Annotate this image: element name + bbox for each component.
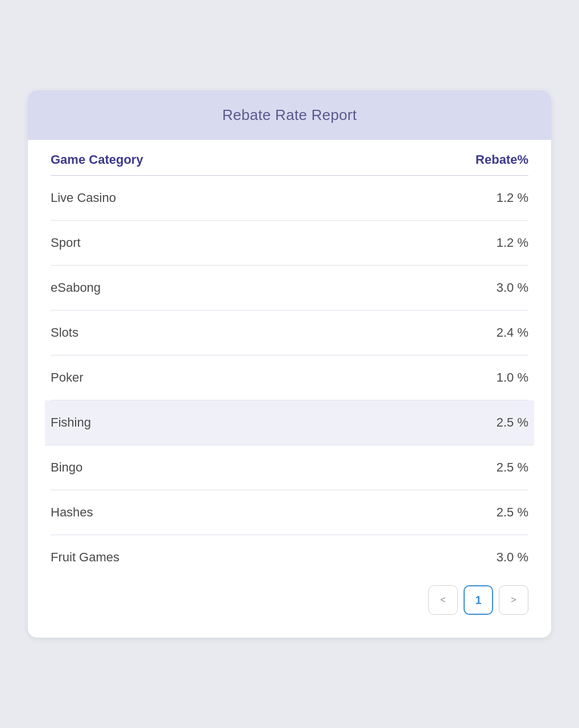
report-card: Rebate Rate Report Game Category Rebate%… — [28, 90, 551, 638]
table-row: Slots2.4 % — [51, 311, 528, 355]
row-category-5: Fishing — [51, 415, 91, 430]
table-container: Game Category Rebate% Live Casino1.2 %Sp… — [28, 140, 551, 638]
table-row: Bingo2.5 % — [51, 445, 528, 490]
row-category-1: Sport — [51, 235, 81, 250]
row-rebate-1: 1.2 % — [497, 235, 528, 250]
row-rebate-0: 1.2 % — [497, 191, 528, 205]
row-category-0: Live Casino — [51, 191, 116, 205]
row-category-8: Fruit Games — [51, 550, 119, 565]
chevron-right-icon: > — [511, 595, 516, 605]
table-header: Game Category Rebate% — [51, 140, 528, 175]
row-rebate-2: 3.0 % — [497, 280, 528, 295]
row-rebate-5: 2.5 % — [497, 415, 528, 430]
current-page-label: 1 — [475, 594, 481, 607]
report-title: Rebate Rate Report — [222, 106, 357, 123]
row-rebate-7: 2.5 % — [497, 505, 528, 520]
row-rebate-8: 3.0 % — [497, 550, 528, 565]
table-row: Live Casino1.2 % — [51, 176, 528, 221]
table-row: Fishing2.5 % — [45, 400, 534, 445]
table-row: Fruit Games3.0 % — [51, 535, 528, 580]
row-category-6: Bingo — [51, 460, 82, 475]
col-category-label: Game Category — [51, 152, 143, 167]
table-row: Sport1.2 % — [51, 221, 528, 266]
chevron-left-icon: < — [440, 595, 445, 605]
pagination: < 1 > — [51, 580, 528, 621]
table-row: Poker1.0 % — [51, 355, 528, 400]
row-category-7: Hashes — [51, 505, 93, 520]
card-header: Rebate Rate Report — [28, 90, 551, 140]
row-rebate-6: 2.5 % — [497, 460, 528, 475]
current-page-button[interactable]: 1 — [464, 585, 493, 615]
table-row: eSabong3.0 % — [51, 266, 528, 311]
row-category-3: Slots — [51, 325, 78, 340]
row-rebate-3: 2.4 % — [497, 325, 528, 340]
prev-page-button[interactable]: < — [428, 585, 458, 615]
table-row: Hashes2.5 % — [51, 490, 528, 535]
next-page-button[interactable]: > — [499, 585, 528, 615]
row-category-4: Poker — [51, 370, 83, 385]
row-rebate-4: 1.0 % — [497, 370, 528, 385]
table-body: Live Casino1.2 %Sport1.2 %eSabong3.0 %Sl… — [51, 176, 528, 580]
col-rebate-label: Rebate% — [475, 152, 528, 167]
row-category-2: eSabong — [51, 280, 101, 295]
